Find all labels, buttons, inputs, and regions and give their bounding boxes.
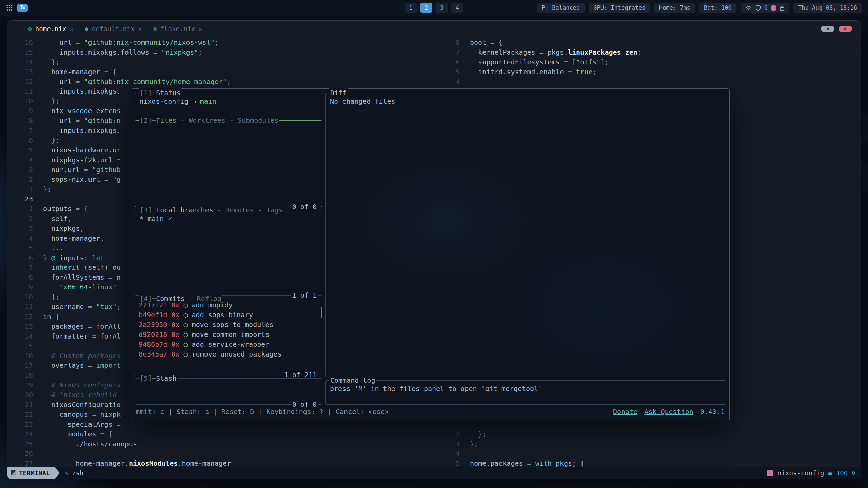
branch-item[interactable]: * main ✓ [139,214,318,224]
repo-name: nixos-config [139,97,189,105]
line-number: 4 [13,155,33,165]
code-line: 3}; [440,439,861,449]
system-tray[interactable]: 0 [741,3,789,13]
commit-item[interactable]: 9486b7d 0x ○ add service-wrapper [139,340,318,349]
minimize-button[interactable] [821,26,834,32]
line-number: 25 [13,439,33,449]
lazygit-branches-panel[interactable]: [3]─Local branches - Remotes - Tags * ma… [135,210,322,296]
mode-label: TERMINAL [19,469,50,477]
tab-bar: ❄home.nix×❄default.nix×❄flake.nix× × [7,21,861,37]
line-number: 7 [13,126,33,136]
code-line: 5 initrd.systemd.enable = true; [440,67,861,77]
commit-node-icon: ○ [183,340,192,348]
lazygit-stash-panel[interactable]: [5]─Stash 0 of 0 [135,378,322,405]
code-line: 5home.packages = with pkgs; [ [440,459,861,467]
line-number: 13 [13,67,33,77]
donate-link[interactable]: Donate [613,408,637,416]
keybinding-hints: mmit: c | Stash: s | Reset: D | Keybindi… [136,408,389,416]
line-number: 20 [13,390,33,400]
line-number: 14 [13,331,33,341]
lazygit-footer: mmit: c | Stash: s | Reset: D | Keybindi… [135,407,725,417]
workspace-button-4[interactable]: 4 [451,3,463,13]
line-number: 24 [13,429,33,439]
shield-icon [755,5,761,11]
commit-item[interactable]: d920218 0x ○ move common imports [139,330,318,340]
commit-item[interactable]: 8e345a7 0x ○ remove unused packages [139,349,318,359]
line-number: 26 [13,449,33,459]
app-launcher-icon[interactable] [6,4,13,11]
workspace-button-1[interactable]: 1 [405,3,417,13]
line-number: 2 [440,429,460,439]
wifi-icon [745,5,752,11]
tab-close-icon[interactable]: × [70,25,73,33]
lazygit-files-panel[interactable]: [2]─Files - Worktrees - Submodules 0 of … [135,120,322,207]
tab-close-icon[interactable]: × [199,25,202,33]
panel-title: [5]─Stash [139,374,177,383]
workspace-button-3[interactable]: 3 [436,3,448,13]
line-number: 12 [13,77,33,87]
lazygit-command-log-panel[interactable]: Command log press 'M' in the files panel… [326,380,725,405]
line-number: 8 [13,116,33,126]
shell-tab[interactable]: ✎ zsh [60,469,89,477]
line-number: 6 [13,253,33,263]
code-line: 26 [13,449,434,459]
line-number: 6 [13,136,33,145]
powerline-separator [55,467,60,479]
lazygit-commits-panel[interactable]: [4]─Commits - Reflog 2717f2f 0x ○ add mo… [135,299,322,375]
line-number: 17 [13,361,33,370]
scrollbar-thumb[interactable] [321,307,322,318]
line-number: 14 [13,57,33,67]
desktop: { "colors":{ "wall":"#0a0f19","barbg":"#… [0,0,868,488]
code-line: 25 ./hosts/canopus [13,439,434,449]
line-number: 23 [13,420,33,429]
panel-title: [4]─Commits - Reflog [139,294,222,303]
window-controls: × [821,26,852,32]
lazygit-columns: [1]─Status nixos-config→main [2]─Files -… [135,93,725,405]
line-number: 12 [13,312,33,322]
workspace-button-2[interactable]: 2 [420,3,432,13]
nix-snowflake-icon: ❄ [85,25,88,33]
nix-snowflake-icon: ❄ [28,25,32,33]
lazygit-status-panel[interactable]: [1]─Status nixos-config→main [135,93,322,117]
clock: Thu Aug 08, 18:16 [793,3,862,13]
line-number: 21 [13,400,33,410]
lazygit-popup: [1]─Status nixos-config→main [2]─Files -… [131,88,730,421]
stash-count: 0 of 0 [291,400,318,409]
nix-snowflake-icon: ❄ [153,25,157,33]
line-number: 7 [440,47,460,57]
close-button[interactable]: × [839,26,852,32]
status-pill-2: Home: 7ms [654,3,695,13]
version-label: 0.43.1 [700,408,725,416]
code-line: 14 }; [13,57,434,67]
code-line: 4 [440,77,861,87]
line-number: 8 [13,272,33,282]
session-icon [767,470,773,476]
commit-node-icon: ○ [183,350,192,358]
line-number: 10 [13,292,33,302]
commit-item[interactable]: b49ef1d 0x ○ add sops binary [139,310,318,320]
lazygit-diff-panel[interactable]: Diff No changed files [326,93,725,377]
tab-flake.nix[interactable]: ❄flake.nix× [153,25,202,33]
system-status-pills: P: BalancedGPU: IntegratedHome: 7msBat: … [537,3,736,13]
commit-list: 2717f2f 0x ○ add mopidyb49ef1d 0x ○ add … [135,299,322,361]
code-line: 24 modules = [ [13,429,434,439]
tab-close-icon[interactable]: × [138,25,142,33]
tab-home.nix[interactable]: ❄home.nix× [28,25,73,33]
ask-question-link[interactable]: Ask Question [644,408,693,416]
tab-default.nix[interactable]: ❄default.nix× [85,25,142,33]
status-pill-3: Bat: 100 [699,3,736,13]
line-number: 13 [13,322,33,331]
topbar-left: JW [6,4,28,12]
line-number: 3 [13,165,33,175]
code-line: 7 kernelPackages = pkgs.linuxPackages_ze… [440,47,861,57]
commit-item[interactable]: 2a23950 0x ○ move sops to modules [139,320,318,330]
line-number: 5 [13,145,33,155]
panel-title: [3]─Local branches - Remotes - Tags [139,206,283,215]
line-number: 2 [13,214,33,224]
app-badge[interactable]: JW [17,4,28,12]
lock-icon [780,5,785,11]
meter-value: 100 % [836,469,855,477]
tab-label: default.nix [92,25,135,33]
minimize-icon [827,28,829,30]
code-line: 15 inputs.nixpkgs.follows = "nixpkgs"; [13,47,434,57]
